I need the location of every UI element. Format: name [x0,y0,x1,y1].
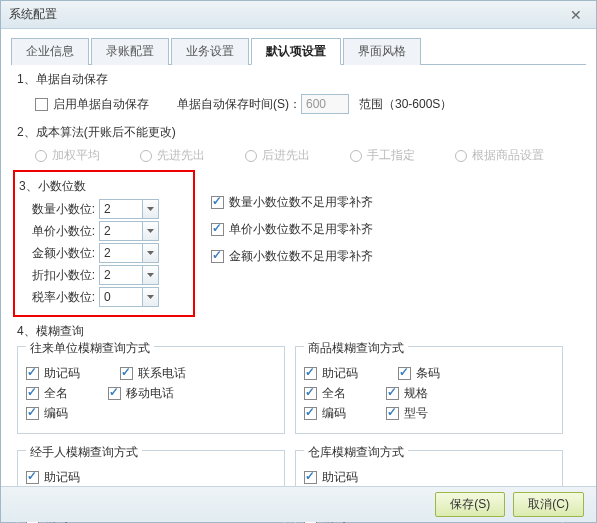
fuzzy-check-0-0-1[interactable] [120,367,133,380]
decimals-highlight-box: 3、小数位数 数量小数位: 2 单价小数位: 2 金额小数位: 2 折扣小数位:… [13,170,195,317]
save-button[interactable]: 保存(S) [435,492,505,517]
tab-entry-config[interactable]: 录账配置 [91,38,169,65]
fuzzy-label-2-0-0: 助记码 [44,469,80,486]
decimal-pad-check-2[interactable] [211,250,224,263]
decimal-value-2: 2 [100,244,142,262]
decimal-label-4: 税率小数位: [19,289,95,306]
fuzzy-check-0-1-0[interactable] [26,387,39,400]
enable-autosave-label: 启用单据自动保存 [53,96,149,113]
cost-label-weighted: 加权平均 [52,147,100,164]
decimal-label-1: 单价小数位: [19,223,95,240]
footer: 保存(S) 取消(C) [1,486,596,522]
decimal-combo-4[interactable]: 0 [99,287,159,307]
section-decimals: 3、小数位数 数量小数位: 2 单价小数位: 2 金额小数位: 2 折扣小数位:… [17,170,580,317]
cost-radio-weighted [35,150,47,162]
fuzzy-label-0-1-0: 全名 [44,385,68,402]
cost-label-lifo: 后进先出 [262,147,310,164]
cost-label-fifo: 先进先出 [157,147,205,164]
cost-radio-fifo [140,150,152,162]
section-title-decimals: 3、小数位数 [19,178,187,195]
decimal-label-2: 金额小数位: [19,245,95,262]
section-autosave: 1、单据自动保存 启用单据自动保存 单据自动保存时间(S)： 范围（30-600… [17,71,580,118]
section-cost: 2、成本算法(开账后不能更改) 加权平均 先进先出 后进先出 手工指定 根据商品… [17,124,580,164]
decimal-value-4: 0 [100,288,142,306]
decimal-value-1: 2 [100,222,142,240]
decimal-combo-1[interactable]: 2 [99,221,159,241]
fieldset-legend-0: 往来单位模糊查询方式 [26,340,154,357]
cancel-button[interactable]: 取消(C) [513,492,584,517]
fuzzy-label-1-2-0: 编码 [322,405,346,422]
section-title-autosave: 1、单据自动保存 [17,71,580,88]
autosave-interval-label: 单据自动保存时间(S)： [177,96,301,113]
tab-company-info[interactable]: 企业信息 [11,38,89,65]
decimal-pad-check-1[interactable] [211,223,224,236]
section-title-fuzzy: 4、模糊查询 [17,323,580,340]
window: 系统配置 ✕ 企业信息 录账配置 业务设置 默认项设置 界面风格 1、单据自动保… [0,0,597,523]
tab-default-settings[interactable]: 默认项设置 [251,38,341,65]
fuzzy-label-0-1-1: 移动电话 [126,385,174,402]
fuzzy-label-1-0-0: 助记码 [322,365,358,382]
cost-radio-byproduct [455,150,467,162]
fuzzy-check-1-2-1[interactable] [386,407,399,420]
decimal-pad-label-1: 单价小数位数不足用零补齐 [229,221,373,238]
fuzzy-check-0-1-1[interactable] [108,387,121,400]
autosave-interval-input[interactable] [301,94,349,114]
fuzzy-label-1-1-0: 全名 [322,385,346,402]
fuzzy-label-0-0-0: 助记码 [44,365,80,382]
fuzzy-label-1-0-1: 条码 [416,365,440,382]
fuzzy-check-0-0-0[interactable] [26,367,39,380]
chevron-down-icon[interactable] [142,266,158,284]
fuzzy-check-1-2-0[interactable] [304,407,317,420]
fuzzy-check-1-1-1[interactable] [386,387,399,400]
close-button[interactable]: ✕ [564,6,588,24]
decimal-pad-label-2: 金额小数位数不足用零补齐 [229,248,373,265]
chevron-down-icon[interactable] [142,222,158,240]
fuzzy-check-1-1-0[interactable] [304,387,317,400]
fuzzy-check-1-0-0[interactable] [304,367,317,380]
fieldset-legend-3: 仓库模糊查询方式 [304,444,408,461]
tab-ui-style[interactable]: 界面风格 [343,38,421,65]
autosave-range-label: 范围（30-600S） [359,96,452,113]
enable-autosave-checkbox[interactable] [35,98,48,111]
decimal-pad-label-0: 数量小数位数不足用零补齐 [229,194,373,211]
decimal-label-3: 折扣小数位: [19,267,95,284]
fuzzy-label-1-1-1: 规格 [404,385,428,402]
titlebar: 系统配置 ✕ [1,1,596,29]
chevron-down-icon[interactable] [142,200,158,218]
fuzzy-label-0-2-0: 编码 [44,405,68,422]
content: 1、单据自动保存 启用单据自动保存 单据自动保存时间(S)： 范围（30-600… [1,65,596,523]
decimal-value-3: 2 [100,266,142,284]
decimal-value-0: 2 [100,200,142,218]
tabstrip: 企业信息 录账配置 业务设置 默认项设置 界面风格 [11,37,586,65]
decimal-combo-3[interactable]: 2 [99,265,159,285]
chevron-down-icon[interactable] [142,244,158,262]
cost-radio-lifo [245,150,257,162]
tab-business-settings[interactable]: 业务设置 [171,38,249,65]
decimal-label-0: 数量小数位: [19,201,95,218]
window-title: 系统配置 [9,6,57,23]
fieldset-legend-2: 经手人模糊查询方式 [26,444,142,461]
fuzzy-check-3-0-0[interactable] [304,471,317,484]
decimal-pad-check-0[interactable] [211,196,224,209]
cost-radio-manual [350,150,362,162]
cost-label-manual: 手工指定 [367,147,415,164]
fuzzy-label-3-0-0: 助记码 [322,469,358,486]
cost-label-byproduct: 根据商品设置 [472,147,544,164]
decimal-combo-2[interactable]: 2 [99,243,159,263]
fuzzy-label-1-2-1: 型号 [404,405,428,422]
fuzzy-label-0-0-1: 联系电话 [138,365,186,382]
section-title-cost: 2、成本算法(开账后不能更改) [17,124,580,141]
fuzzy-check-1-0-1[interactable] [398,367,411,380]
fuzzy-check-2-0-0[interactable] [26,471,39,484]
fuzzy-check-0-2-0[interactable] [26,407,39,420]
decimal-combo-0[interactable]: 2 [99,199,159,219]
fieldset-legend-1: 商品模糊查询方式 [304,340,408,357]
chevron-down-icon[interactable] [142,288,158,306]
